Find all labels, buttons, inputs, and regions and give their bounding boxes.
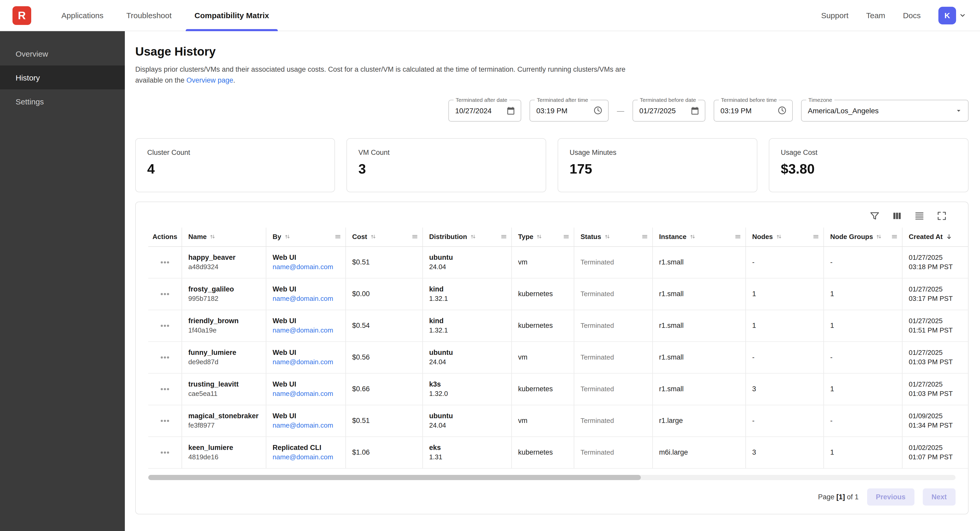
filter-icon[interactable] — [869, 211, 880, 221]
nodes-cell: 3 — [746, 374, 824, 405]
table-row[interactable]: happy_beaver a48d9324 Web UI name@domain… — [148, 247, 968, 279]
table-row[interactable]: friendly_brown 1f40a19e Web UI name@doma… — [148, 310, 968, 342]
column-header-by[interactable]: By — [266, 228, 346, 246]
status-value: Terminated — [581, 449, 614, 457]
sort-icon[interactable] — [690, 234, 695, 240]
table-row[interactable]: keen_lumiere 4819de16 Replicated CLI nam… — [148, 437, 968, 469]
row-actions-button[interactable] — [159, 322, 171, 330]
row-actions-button[interactable] — [159, 258, 171, 266]
column-header-distribution[interactable]: Distribution — [423, 228, 512, 246]
timezone-select[interactable]: Timezone America/Los_Angeles — [801, 100, 969, 122]
overview-page-link[interactable]: Overview page — [186, 76, 233, 84]
column-menu-icon[interactable] — [735, 233, 741, 240]
created-by-email-link[interactable]: name@domain.com — [272, 263, 333, 271]
calendar-icon[interactable] — [506, 106, 515, 115]
created-by-email-link[interactable]: name@domain.com — [272, 358, 333, 366]
clock-icon[interactable] — [777, 106, 787, 116]
node-groups-value: - — [830, 258, 832, 266]
column-header-created-at[interactable]: Created At — [902, 228, 968, 246]
row-actions-button[interactable] — [159, 449, 171, 457]
created-time: 01:07 PM PST — [909, 453, 953, 461]
user-menu[interactable]: K — [939, 6, 966, 24]
column-header-type[interactable]: Type — [512, 228, 574, 246]
column-header-node-groups[interactable]: Node Groups — [824, 228, 902, 246]
sort-desc-icon[interactable] — [946, 233, 953, 240]
team-link[interactable]: Team — [866, 11, 885, 20]
distribution-version: 24.04 — [429, 358, 446, 366]
created-by-email-link[interactable]: name@domain.com — [272, 390, 333, 398]
row-actions-cell — [148, 310, 182, 341]
sort-icon[interactable] — [776, 234, 781, 240]
column-header-instance[interactable]: Instance — [653, 228, 746, 246]
terminated-before-time-input[interactable] — [721, 106, 777, 115]
column-menu-icon[interactable] — [563, 233, 570, 240]
support-link[interactable]: Support — [821, 11, 848, 20]
sort-icon[interactable] — [536, 234, 542, 240]
table-row[interactable]: magical_stonebraker fe3f8977 Web UI name… — [148, 405, 968, 437]
sidebar-item-settings[interactable]: Settings — [0, 89, 125, 113]
terminated-before-time-field[interactable]: Terminated before time — [714, 100, 793, 122]
distribution-version: 1.32.1 — [429, 295, 448, 303]
sort-icon[interactable] — [604, 234, 610, 240]
sort-icon[interactable] — [284, 234, 290, 240]
timezone-value: America/Los_Angeles — [808, 106, 955, 115]
clock-icon[interactable] — [593, 106, 603, 116]
distribution-cell: k3s 1.32.0 — [423, 374, 512, 405]
sidebar-item-history[interactable]: History — [0, 65, 125, 89]
calendar-icon[interactable] — [690, 106, 700, 115]
row-actions-button[interactable] — [159, 385, 171, 393]
terminated-after-date-field[interactable]: Terminated after date — [449, 100, 521, 122]
column-header-name[interactable]: Name — [182, 228, 266, 246]
tab-applications[interactable]: Applications — [50, 0, 115, 31]
distribution-cell: kind 1.32.1 — [423, 310, 512, 341]
column-menu-icon[interactable] — [891, 233, 898, 240]
tab-compatibility-matrix[interactable]: Compatibility Matrix — [183, 0, 281, 31]
terminated-after-time-input[interactable] — [536, 106, 593, 115]
density-icon[interactable] — [914, 211, 925, 221]
sort-icon[interactable] — [876, 234, 882, 240]
column-menu-icon[interactable] — [334, 233, 341, 240]
scrollbar-thumb[interactable] — [148, 475, 641, 480]
cost-cell: $0.54 — [346, 310, 423, 341]
next-page-button[interactable]: Next — [923, 488, 956, 506]
instance-cell: r1.small — [653, 374, 746, 405]
avatar[interactable]: K — [939, 6, 956, 24]
column-header-status[interactable]: Status — [574, 228, 653, 246]
replicated-logo[interactable]: R — [13, 6, 31, 25]
created-by-email-link[interactable]: name@domain.com — [272, 327, 333, 334]
columns-icon[interactable] — [892, 211, 902, 221]
table-row[interactable]: frosty_galileo 995b7182 Web UI name@doma… — [148, 279, 968, 310]
terminated-after-time-field[interactable]: Terminated after time — [530, 100, 609, 122]
column-menu-icon[interactable] — [412, 233, 418, 240]
column-menu-icon[interactable] — [813, 233, 819, 240]
terminated-before-date-field[interactable]: Terminated before date — [633, 100, 705, 122]
row-actions-button[interactable] — [159, 417, 171, 425]
table-row[interactable]: trusting_leavitt cae5ea11 Web UI name@do… — [148, 374, 968, 405]
horizontal-scrollbar[interactable] — [148, 475, 956, 480]
tab-troubleshoot[interactable]: Troubleshoot — [115, 0, 183, 31]
terminated-after-date-input[interactable] — [455, 106, 506, 115]
sort-icon[interactable] — [371, 234, 376, 240]
column-header-cost[interactable]: Cost — [346, 228, 423, 246]
sort-icon[interactable] — [210, 234, 216, 240]
fullscreen-icon[interactable] — [936, 211, 947, 221]
created-by-email-link[interactable]: name@domain.com — [272, 295, 333, 303]
terminated-before-date-input[interactable] — [639, 106, 690, 115]
previous-page-button[interactable]: Previous — [867, 488, 914, 506]
stat-label: VM Count — [358, 149, 534, 156]
column-menu-icon[interactable] — [500, 233, 507, 240]
table-body: happy_beaver a48d9324 Web UI name@domain… — [148, 247, 968, 469]
app-window: R Applications Troubleshoot Compatibilit… — [0, 0, 980, 531]
row-actions-button[interactable] — [159, 290, 171, 298]
created-by-email-link[interactable]: name@domain.com — [272, 453, 333, 461]
table-row[interactable]: funny_lumiere de9ed87d Web UI name@domai… — [148, 342, 968, 374]
created-by-email-link[interactable]: name@domain.com — [272, 422, 333, 430]
sidebar-item-overview[interactable]: Overview — [0, 41, 125, 65]
stat-card-usage-minutes: Usage Minutes 175 — [558, 138, 757, 192]
row-actions-button[interactable] — [159, 353, 171, 361]
cost-value: $0.51 — [352, 258, 370, 266]
sort-icon[interactable] — [470, 234, 476, 240]
column-header-nodes[interactable]: Nodes — [746, 228, 824, 246]
column-menu-icon[interactable] — [641, 233, 648, 240]
docs-link[interactable]: Docs — [903, 11, 921, 20]
